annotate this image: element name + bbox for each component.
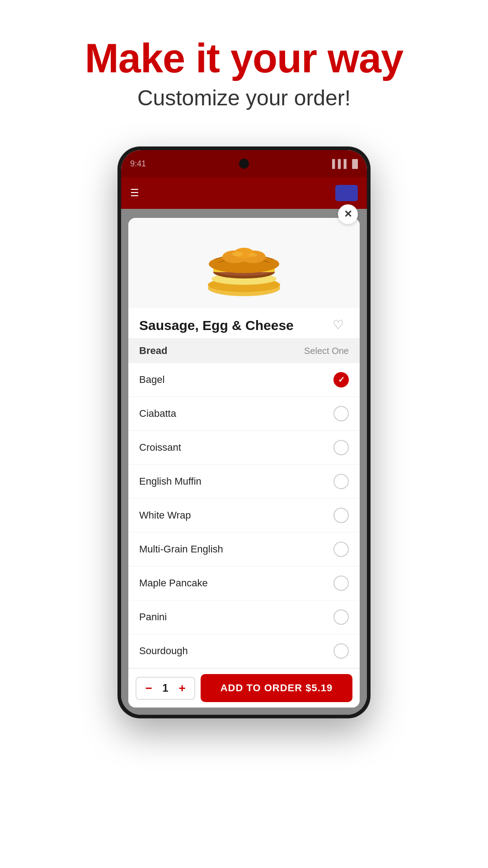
product-image-area	[128, 218, 360, 308]
quantity-minus-button[interactable]: −	[142, 681, 155, 695]
svg-point-11	[249, 253, 258, 257]
app-header: ☰	[121, 177, 367, 209]
signal-icon: ▌▌▌	[332, 159, 349, 169]
phone-frame: 9:41 ▌▌▌ █ ☰ ✕	[117, 146, 371, 718]
radio-button[interactable]	[333, 609, 349, 625]
page-header: Make it your way Customize your order!	[0, 0, 488, 128]
radio-button[interactable]	[333, 372, 349, 387]
option-label: Multi-Grain English	[139, 543, 223, 555]
radio-button[interactable]	[333, 508, 349, 523]
product-name: Sausage, Egg & Cheese	[139, 318, 294, 333]
option-label: Croissant	[139, 442, 181, 453]
sub-title: Customize your order!	[18, 85, 470, 110]
option-label: White Wrap	[139, 509, 191, 521]
option-label: Panini	[139, 611, 167, 623]
option-label: Sourdough	[139, 645, 188, 657]
radio-button[interactable]	[333, 440, 349, 455]
bread-section-subtitle: Select One	[304, 346, 349, 356]
radio-button[interactable]	[333, 406, 349, 421]
option-label: Ciabatta	[139, 408, 176, 420]
bread-section-title: Bread	[139, 345, 167, 357]
status-time: 9:41	[130, 159, 146, 169]
radio-button[interactable]	[333, 576, 349, 591]
battery-icon: █	[352, 159, 358, 169]
option-row[interactable]: Ciabatta	[128, 397, 360, 431]
option-row[interactable]: Sourdough	[128, 634, 360, 668]
options-list: BagelCiabattaCroissantEnglish MuffinWhit…	[128, 363, 360, 668]
modal-overlay: ✕	[121, 209, 367, 715]
add-to-order-button[interactable]: ADD TO ORDER $5.19	[201, 674, 352, 702]
option-label: Maple Pancake	[139, 577, 208, 589]
close-button[interactable]: ✕	[338, 204, 358, 224]
product-image	[194, 227, 294, 299]
option-label: Bagel	[139, 374, 164, 386]
bottom-bar: − 1 + ADD TO ORDER $5.19	[128, 668, 360, 708]
quantity-plus-button[interactable]: +	[175, 681, 189, 695]
radio-button[interactable]	[333, 643, 349, 659]
option-row[interactable]: Bagel	[128, 363, 360, 397]
bread-section-header: Bread Select One	[128, 339, 360, 363]
modal-card: Sausage, Egg & Cheese ♡ Bread Select One…	[128, 218, 360, 708]
option-row[interactable]: Panini	[128, 600, 360, 634]
sandwich-svg	[194, 227, 294, 299]
camera-notch	[239, 159, 249, 169]
phone-screen: 9:41 ▌▌▌ █ ☰ ✕	[121, 150, 367, 715]
option-row[interactable]: Croissant	[128, 431, 360, 465]
option-row[interactable]: Maple Pancake	[128, 566, 360, 600]
option-row[interactable]: White Wrap	[128, 499, 360, 533]
product-info: Sausage, Egg & Cheese ♡	[128, 308, 360, 339]
favorite-icon[interactable]: ♡	[333, 317, 349, 334]
radio-button[interactable]	[333, 474, 349, 489]
option-label: English Muffin	[139, 476, 202, 487]
option-row[interactable]: Multi-Grain English	[128, 533, 360, 566]
app-header-right-button[interactable]	[335, 185, 358, 201]
quantity-value: 1	[160, 682, 171, 694]
status-bar: 9:41 ▌▌▌ █	[121, 150, 367, 177]
status-icons: ▌▌▌ █	[332, 159, 358, 169]
quantity-control: − 1 +	[136, 677, 195, 700]
option-row[interactable]: English Muffin	[128, 465, 360, 499]
svg-point-10	[232, 252, 243, 256]
main-title: Make it your way	[18, 36, 470, 81]
hamburger-menu-icon[interactable]: ☰	[130, 187, 139, 199]
radio-button[interactable]	[333, 542, 349, 557]
